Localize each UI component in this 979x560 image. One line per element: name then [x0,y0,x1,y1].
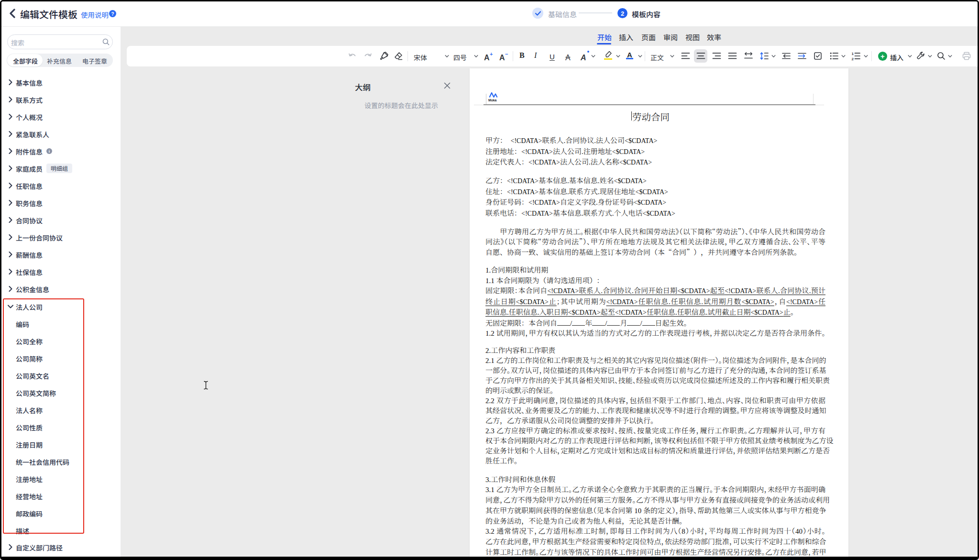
svg-text:2: 2 [852,57,854,61]
svg-text:1: 1 [852,52,854,56]
